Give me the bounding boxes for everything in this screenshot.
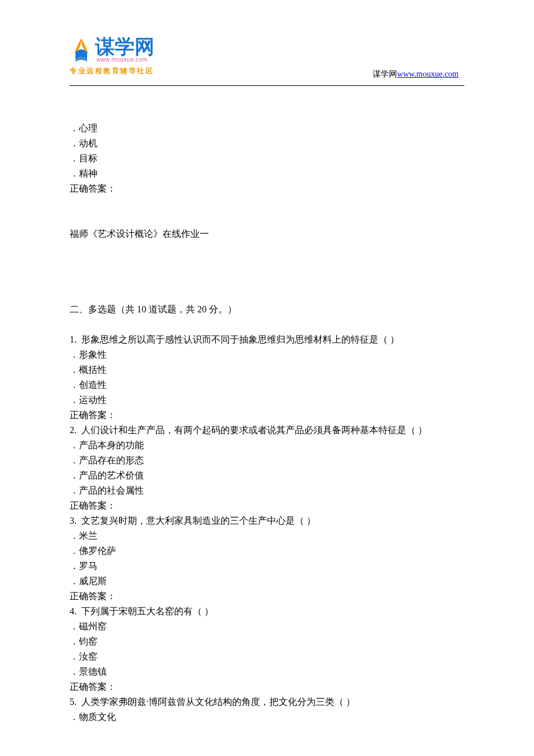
header-site-link[interactable]: www.mouxue.com <box>397 70 459 78</box>
question-option: ．创造性 <box>70 377 464 393</box>
answer-label: 正确答案： <box>70 498 464 513</box>
question-option: ．形象性 <box>70 347 464 362</box>
question-option: ．威尼斯 <box>70 574 464 589</box>
logo-brand-text: 谋学网 <box>95 35 154 57</box>
header-site-label: 谋学网 <box>373 70 397 78</box>
question-option: ．物质文化 <box>70 710 464 725</box>
question-option: ．产品本身的功能 <box>70 438 464 453</box>
header-divider <box>70 85 464 86</box>
question-option: ．产品存在的形态 <box>70 453 464 468</box>
page-header: 谋学网 www.mouxue.com 专业远程教育辅导社区 谋学网www.mou… <box>70 34 464 83</box>
question-option: ．产品的艺术价值 <box>70 468 464 483</box>
question-option: ．汝窑 <box>70 649 464 664</box>
intro-answer-label: 正确答案： <box>70 181 464 196</box>
logo-brand-url: www.mouxue.com <box>96 56 147 63</box>
header-link-block: 谋学网www.mouxue.com <box>373 69 459 80</box>
question-option: ．景德镇 <box>70 664 464 679</box>
question-option: ．罗马 <box>70 559 464 574</box>
question-option: ．运动性 <box>70 393 464 408</box>
section-title: 二、多选题（共 10 道试题，共 20 分。） <box>70 302 464 317</box>
intro-option: ．精神 <box>70 166 464 181</box>
question-option: ．米兰 <box>70 528 464 543</box>
intro-option: ．心理 <box>70 121 464 136</box>
question-option: ．佛罗伦萨 <box>70 543 464 559</box>
answer-label: 正确答案： <box>70 408 464 423</box>
question-option: ．钧窑 <box>70 634 464 649</box>
answer-label: 正确答案： <box>70 589 464 604</box>
intro-option: ．目标 <box>70 151 464 166</box>
question-line: 4. 下列属于宋朝五大名窑的有（ ） <box>70 604 464 619</box>
logo-icon: 谋学网 www.mouxue.com <box>70 34 180 65</box>
intro-option: ．动机 <box>70 136 464 151</box>
logo: 谋学网 www.mouxue.com 专业远程教育辅导社区 <box>70 34 180 76</box>
question-line: 5. 人类学家弗朗兹·博阿兹曾从文化结构的角度，把文化分为三类（ ） <box>70 694 464 710</box>
question-line: 2. 人们设计和生产产品，有两个起码的要求或者说其产品必须具备两种基本特征是（ … <box>70 423 464 438</box>
logo-tagline: 专业远程教育辅导社区 <box>70 66 180 76</box>
document-body: ．心理 ．动机 ．目标 ．精神 正确答案： 福师《艺术设计概论》在线作业一 二、… <box>70 121 464 725</box>
answer-label: 正确答案： <box>70 679 464 694</box>
question-option: ．概括性 <box>70 362 464 377</box>
question-line: 3. 文艺复兴时期，意大利家具制造业的三个生产中心是（ ） <box>70 513 464 528</box>
course-title: 福师《艺术设计概论》在线作业一 <box>70 226 464 242</box>
question-option: ．产品的社会属性 <box>70 483 464 498</box>
question-option: ．磁州窑 <box>70 619 464 634</box>
question-line: 1. 形象思维之所以高于感性认识而不同于抽象思维归为思维材料上的特征是（ ） <box>70 332 464 347</box>
